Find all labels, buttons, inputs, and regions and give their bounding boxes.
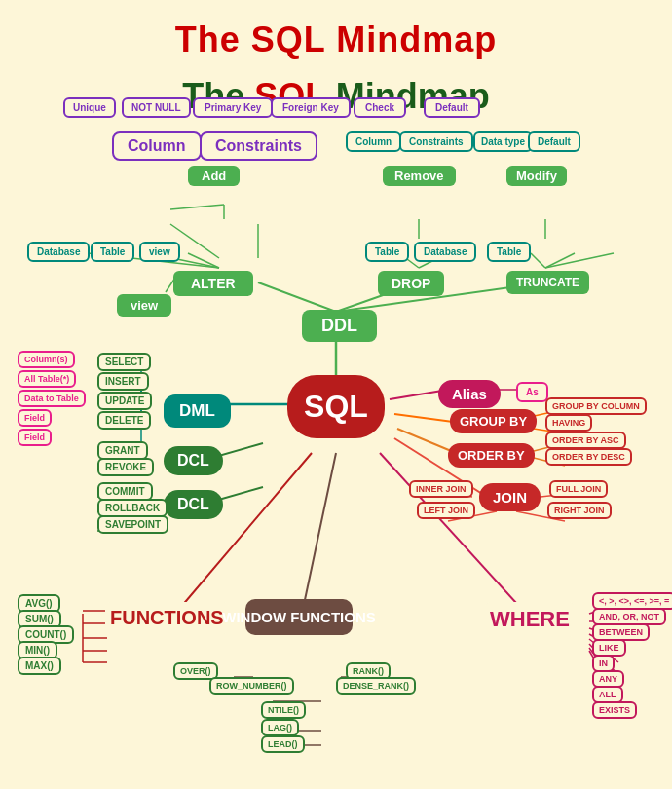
node-left-join: LEFT JOIN (417, 502, 475, 519)
node-column-label: Column (112, 132, 202, 161)
node-max: MAX() (18, 657, 61, 675)
node-view-top: view (139, 242, 180, 262)
node-as: As (516, 382, 548, 402)
node-right-join: RIGHT JOIN (547, 502, 612, 519)
node-datatable-label: Data to Table (18, 390, 86, 407)
node-foreignkey: Foreign Key (271, 97, 351, 118)
node-truncate: TRUNCATE (506, 271, 589, 294)
node-lag: LAG() (261, 719, 299, 736)
node-field-delete: Field (18, 429, 52, 446)
node-row-number: ROW_NUMBER() (209, 677, 294, 695)
page-title: The SQL Mindmap (10, 10, 662, 68)
svg-line-14 (531, 253, 545, 268)
node-functions: FUNCTIONS (105, 602, 229, 634)
node-delete: DELETE (97, 411, 151, 430)
node-cols-label: Column(s) (18, 351, 75, 368)
node-update: UPDATE (97, 392, 152, 410)
node-remove: Remove (383, 166, 456, 186)
node-field-update: Field (18, 409, 52, 427)
node-dcl2: DCL (164, 490, 223, 519)
node-insert: INSERT (97, 372, 149, 391)
node-modify: Modify (506, 166, 567, 186)
node-default-top: Default (424, 97, 480, 118)
svg-line-72 (380, 453, 526, 614)
node-window-functions: WINDOW FUNCTIONS (245, 599, 353, 635)
node-table-drop1: Table (365, 242, 409, 262)
node-table-alter: Table (91, 242, 134, 262)
node-dcl1: DCL (164, 446, 223, 475)
node-lead: LEAD() (261, 735, 305, 753)
node-database-left: Database (27, 242, 90, 262)
svg-line-51 (175, 453, 312, 614)
node-alter: ALTER (173, 271, 253, 296)
node-groupby: GROUP BY (450, 409, 537, 433)
node-groupby-col: GROUP BY COLUMN (545, 397, 647, 415)
svg-line-6 (188, 253, 219, 268)
node-having: HAVING (545, 414, 592, 432)
node-unique: Unique (63, 97, 116, 118)
node-select: SELECT (97, 353, 151, 371)
node-revoke: REVOKE (97, 458, 154, 476)
node-sql: SQL (287, 375, 385, 438)
node-ddl: DDL (302, 310, 377, 342)
node-where: WHERE (485, 602, 575, 637)
node-table-trunc: Table (487, 242, 531, 262)
node-orderby-asc: ORDER BY ASC (545, 432, 626, 449)
node-notnull: NOT NULL (122, 97, 191, 118)
node-datatype: Data type (473, 132, 533, 152)
node-add: Add (188, 166, 240, 186)
node-primarykey: Primary Key (193, 97, 273, 118)
node-col-constraint: Column (346, 132, 401, 152)
node-constraints-label: Constraints (200, 132, 317, 161)
node-view-left: view (117, 294, 171, 317)
node-orderby: ORDER BY (448, 443, 535, 468)
svg-line-15 (545, 253, 575, 268)
node-join: JOIN (479, 483, 541, 511)
node-inner-join: INNER JOIN (409, 480, 473, 498)
node-full-join: FULL JOIN (549, 480, 608, 498)
node-alias: Alias (438, 380, 501, 408)
svg-line-1 (258, 282, 336, 312)
node-ntile: NTILE() (261, 701, 306, 719)
node-dml: DML (164, 394, 231, 428)
svg-line-10 (170, 205, 224, 209)
node-constraints-top: Constraints (399, 132, 473, 152)
node-database-drop: Database (414, 242, 476, 262)
svg-line-16 (545, 253, 614, 268)
node-alltable-label: All Table(*) (18, 370, 76, 388)
node-orderby-desc: ORDER BY DESC (545, 448, 632, 466)
node-savepoint: SAVEPOINT (97, 515, 168, 534)
node-check: Check (354, 97, 406, 118)
node-drop: DROP (378, 271, 444, 296)
node-where-exists: EXISTS (592, 701, 637, 719)
svg-line-58 (302, 453, 336, 614)
node-default-right: Default (528, 132, 580, 152)
node-dense-rank: DENSE_RANK() (336, 677, 416, 695)
